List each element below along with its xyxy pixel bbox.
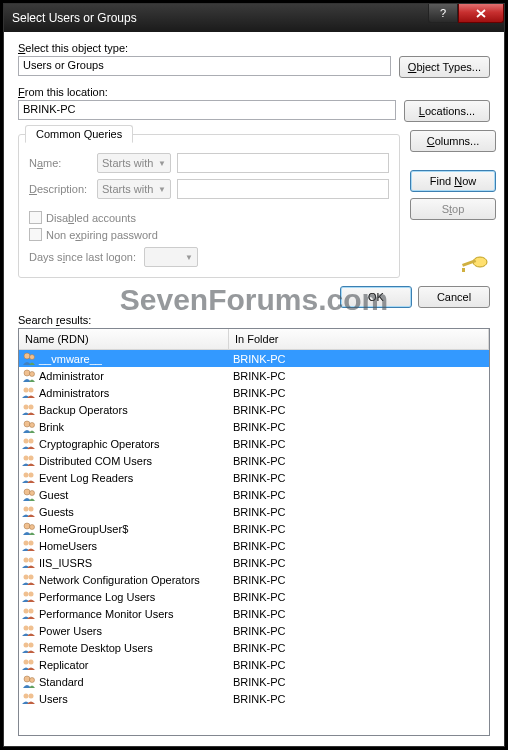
group-icon [21, 538, 37, 554]
desc-match-combo[interactable]: Starts with▼ [97, 179, 171, 199]
list-item[interactable]: Distributed COM UsersBRINK-PC [19, 452, 489, 469]
item-folder: BRINK-PC [229, 421, 489, 433]
group-icon [21, 555, 37, 571]
user-icon [21, 521, 37, 537]
item-name: Distributed COM Users [39, 455, 152, 467]
help-button[interactable]: ? [428, 4, 458, 23]
name-match-combo[interactable]: Starts with▼ [97, 153, 171, 173]
item-name: Cryptographic Operators [39, 438, 159, 450]
list-item[interactable]: Remote Desktop UsersBRINK-PC [19, 639, 489, 656]
svg-point-26 [29, 540, 34, 545]
list-item[interactable]: Event Log ReadersBRINK-PC [19, 469, 489, 486]
svg-point-41 [24, 676, 30, 682]
svg-point-24 [30, 524, 35, 529]
item-folder: BRINK-PC [229, 438, 489, 450]
svg-point-15 [24, 455, 29, 460]
titlebar[interactable]: Select Users or Groups ? [4, 4, 504, 32]
nonexpiring-checkbox[interactable] [29, 228, 42, 241]
results-body[interactable]: __vmware__BRINK-PCAdministratorBRINK-PCA… [19, 350, 489, 735]
svg-point-29 [24, 574, 29, 579]
item-name: Standard [39, 676, 84, 688]
group-icon [21, 589, 37, 605]
object-types-button[interactable]: Object Types... [399, 56, 490, 78]
svg-point-22 [29, 506, 34, 511]
svg-point-42 [30, 677, 35, 682]
svg-point-3 [24, 353, 30, 359]
svg-point-20 [30, 490, 35, 495]
cancel-button[interactable]: Cancel [418, 286, 490, 308]
find-now-button[interactable]: Find Now [410, 170, 496, 192]
item-name: Guest [39, 489, 68, 501]
tab-common-queries[interactable]: Common Queries [25, 125, 133, 143]
locations-button[interactable]: Locations... [404, 100, 490, 122]
item-folder: BRINK-PC [229, 659, 489, 671]
item-folder: BRINK-PC [229, 353, 489, 365]
svg-point-21 [24, 506, 29, 511]
svg-point-8 [29, 387, 34, 392]
item-name: Power Users [39, 625, 102, 637]
column-header-folder[interactable]: In Folder [229, 329, 489, 349]
item-name: Event Log Readers [39, 472, 133, 484]
user-icon [21, 674, 37, 690]
svg-point-18 [29, 472, 34, 477]
item-name: Brink [39, 421, 64, 433]
list-item[interactable]: UsersBRINK-PC [19, 690, 489, 707]
item-folder: BRINK-PC [229, 370, 489, 382]
list-item[interactable]: Performance Log UsersBRINK-PC [19, 588, 489, 605]
object-type-label: Select this object type: [18, 42, 490, 54]
list-item[interactable]: Network Configuration OperatorsBRINK-PC [19, 571, 489, 588]
list-item[interactable]: AdministratorBRINK-PC [19, 367, 489, 384]
item-folder: BRINK-PC [229, 506, 489, 518]
svg-point-31 [24, 591, 29, 596]
svg-point-7 [24, 387, 29, 392]
group-icon [21, 385, 37, 401]
svg-point-28 [29, 557, 34, 562]
list-item[interactable]: __vmware__BRINK-PC [19, 350, 489, 367]
list-item[interactable]: Performance Monitor UsersBRINK-PC [19, 605, 489, 622]
columns-button[interactable]: Columns... [410, 130, 496, 152]
list-item[interactable]: StandardBRINK-PC [19, 673, 489, 690]
location-label: From this location: [18, 86, 490, 98]
svg-point-5 [24, 370, 30, 376]
svg-point-16 [29, 455, 34, 460]
item-name: HomeGroupUser$ [39, 523, 128, 535]
ok-button[interactable]: OK [340, 286, 412, 308]
svg-point-35 [24, 625, 29, 630]
list-item[interactable]: HomeGroupUser$BRINK-PC [19, 520, 489, 537]
list-item[interactable]: Cryptographic OperatorsBRINK-PC [19, 435, 489, 452]
stop-button[interactable]: Stop [410, 198, 496, 220]
close-button[interactable] [458, 4, 504, 23]
list-item[interactable]: HomeUsersBRINK-PC [19, 537, 489, 554]
svg-point-40 [29, 659, 34, 664]
svg-point-34 [29, 608, 34, 613]
item-folder: BRINK-PC [229, 472, 489, 484]
name-filter-input[interactable] [177, 153, 389, 173]
days-combo[interactable]: ▼ [144, 247, 198, 267]
group-icon [21, 436, 37, 452]
item-name: Network Configuration Operators [39, 574, 200, 586]
list-item[interactable]: Power UsersBRINK-PC [19, 622, 489, 639]
group-icon [21, 402, 37, 418]
item-name: Performance Monitor Users [39, 608, 174, 620]
disabled-checkbox[interactable] [29, 211, 42, 224]
column-header-name[interactable]: Name (RDN) [19, 329, 229, 349]
window-title: Select Users or Groups [12, 11, 428, 25]
svg-point-37 [24, 642, 29, 647]
results-list: Name (RDN) In Folder __vmware__BRINK-PCA… [18, 328, 490, 736]
list-item[interactable]: GuestsBRINK-PC [19, 503, 489, 520]
item-folder: BRINK-PC [229, 455, 489, 467]
svg-point-10 [29, 404, 34, 409]
list-item[interactable]: ReplicatorBRINK-PC [19, 656, 489, 673]
group-icon [21, 640, 37, 656]
svg-point-23 [24, 523, 30, 529]
list-item[interactable]: IIS_IUSRSBRINK-PC [19, 554, 489, 571]
list-item[interactable]: AdministratorsBRINK-PC [19, 384, 489, 401]
list-item[interactable]: BrinkBRINK-PC [19, 418, 489, 435]
list-item[interactable]: Backup OperatorsBRINK-PC [19, 401, 489, 418]
search-icon [458, 252, 490, 278]
list-item[interactable]: GuestBRINK-PC [19, 486, 489, 503]
desc-filter-input[interactable] [177, 179, 389, 199]
svg-point-11 [24, 421, 30, 427]
svg-point-43 [24, 693, 29, 698]
user-icon [21, 351, 37, 367]
